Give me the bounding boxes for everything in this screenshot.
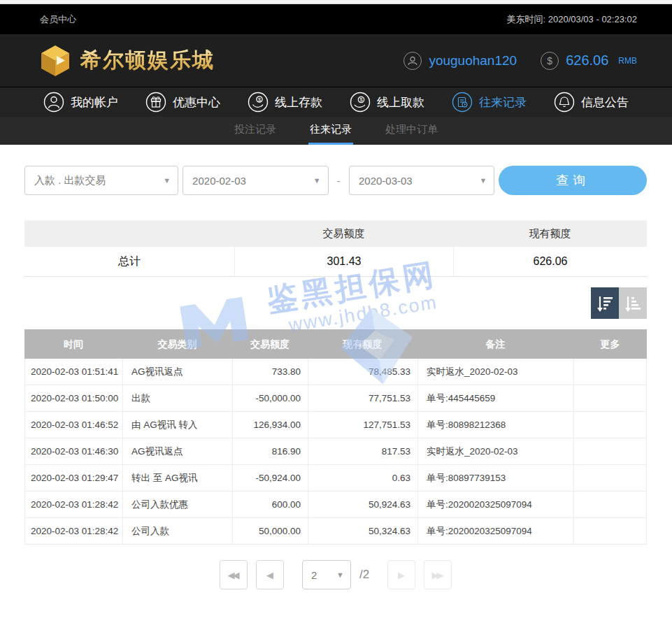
cell-more — [573, 518, 646, 544]
nav-item-promotions[interactable]: 优惠中心 — [145, 92, 220, 113]
cell-amount: 126,934.00 — [232, 412, 308, 438]
filter-bar: 入款 . 出款交易 ▼ 2020-02-03 ▼ - 2020-03-03 ▼ … — [24, 166, 647, 195]
date-range-separator: - — [329, 175, 349, 187]
cell-time: 2020-02-03 01:28:42 — [25, 518, 122, 544]
cell-type: AG视讯返点 — [122, 438, 232, 464]
cell-more — [573, 492, 646, 517]
sort-asc-icon — [624, 294, 642, 313]
cell-more — [573, 465, 646, 491]
nav-item-transactions[interactable]: 往来记录 — [452, 92, 527, 113]
main-nav: 我的帐户 优惠中心 $ 线上存款 $ 线上取款 — [0, 87, 672, 117]
records-icon — [452, 92, 473, 113]
chevron-down-icon: ▼ — [480, 176, 487, 185]
first-page-icon: ◀◀ — [227, 570, 237, 580]
cell-amount: 50,000.00 — [232, 518, 308, 544]
cell-amount: 816.90 — [232, 438, 308, 464]
table-body: 2020-02-03 01:51:41 AG视讯返点 733.80 78,485… — [24, 359, 647, 545]
col-header-amount: 交易额度 — [232, 329, 308, 359]
cell-time: 2020-02-03 01:50:00 — [25, 385, 122, 411]
col-header-time: 时间 — [24, 329, 122, 359]
cell-more — [573, 412, 646, 438]
cell-amount: -50,924.00 — [232, 465, 308, 491]
server-time: 美东时间: 2020/03/03 - 02:23:02 — [507, 13, 637, 26]
summary-total-label: 总计 — [24, 247, 234, 276]
date-to-select[interactable]: 2020-03-03 ▼ — [349, 166, 494, 195]
cell-type: 公司入款优惠 — [122, 492, 232, 517]
cell-balance: 78,485.33 — [308, 359, 417, 385]
notice-icon — [554, 92, 575, 113]
page-select[interactable]: 2 ▼ — [302, 560, 351, 589]
balance-currency: RMB — [618, 56, 637, 66]
nav-label: 我的帐户 — [71, 94, 118, 110]
summary-balance-total: 626.06 — [453, 247, 647, 276]
dollar-icon: $ — [541, 52, 559, 70]
nav-item-announcements[interactable]: 信息公告 — [554, 92, 629, 113]
cell-time: 2020-02-03 01:51:41 — [25, 359, 122, 385]
tab-betting-records[interactable]: 投注记录 — [233, 117, 278, 145]
cell-note: 单号:80898212368 — [417, 412, 573, 438]
nav-label: 线上存款 — [275, 94, 322, 110]
account-area: youguohan120 $ 626.06 RMB — [403, 52, 637, 70]
prev-page-icon: ◀ — [266, 570, 271, 580]
balance-amount: 626.06 — [566, 52, 608, 69]
transactions-table: 时间 交易类别 交易额度 现有额度 备注 更多 2020-02-03 01:51… — [24, 329, 647, 545]
logo[interactable]: 希尔顿娱乐城 — [38, 44, 215, 78]
last-page-icon: ▶▶ — [432, 570, 442, 580]
username[interactable]: youguohan120 — [429, 53, 517, 69]
cell-note: 实时返水_2020-02-03 — [417, 438, 573, 464]
user-menu[interactable]: youguohan120 — [403, 52, 517, 70]
deposit-icon: $ — [248, 92, 269, 113]
table-row: 2020-02-03 01:46:30 AG视讯返点 816.90 817.53… — [25, 438, 646, 465]
cell-type: 公司入款 — [122, 518, 232, 544]
date-from-select[interactable]: 2020-02-03 ▼ — [183, 166, 328, 195]
summary-header-trade: 交易额度 — [234, 220, 453, 247]
prev-page-button[interactable]: ◀ — [256, 560, 284, 589]
promo-icon — [145, 92, 166, 113]
cell-note: 单号:445445659 — [417, 385, 573, 411]
cell-note: 单号:80897739153 — [417, 465, 573, 491]
summary-table: 交易额度 现有额度 总计 301.43 626.06 — [24, 220, 647, 277]
cell-amount: -50,000.00 — [232, 385, 308, 411]
tab-transaction-records[interactable]: 往来记录 — [308, 117, 353, 145]
cell-balance: 77,751.53 — [308, 385, 417, 411]
cell-type: AG视讯返点 — [122, 359, 232, 385]
tab-pending-orders[interactable]: 处理中订单 — [384, 117, 439, 145]
search-button[interactable]: 查询 — [499, 166, 647, 195]
page-select-value: 2 — [311, 569, 317, 581]
total-pages-label: /2 — [359, 568, 369, 582]
cell-type: 转出 至 AG视讯 — [122, 465, 232, 491]
sort-desc-icon — [596, 294, 614, 313]
sort-descending-button[interactable] — [591, 287, 619, 319]
cell-balance: 817.53 — [308, 438, 417, 464]
brand-bar: 希尔顿娱乐城 youguohan120 $ 626.06 RMB — [0, 34, 672, 87]
nav-item-withdraw[interactable]: $ 线上取款 — [350, 92, 424, 113]
nav-item-my-account[interactable]: 我的帐户 — [43, 92, 118, 113]
last-page-button[interactable]: ▶▶ — [424, 560, 452, 589]
sort-ascending-button[interactable] — [619, 287, 647, 319]
cell-more — [573, 385, 646, 411]
nav-label: 线上取款 — [377, 94, 424, 110]
next-page-button[interactable]: ▶ — [387, 560, 415, 589]
first-page-button[interactable]: ◀◀ — [220, 560, 248, 589]
cell-note: 单号:2020020325097094 — [417, 518, 573, 544]
sort-toolbar — [24, 287, 647, 319]
summary-total-row: 总计 301.43 626.06 — [24, 247, 647, 277]
summary-trade-total: 301.43 — [234, 247, 453, 276]
summary-header-balance: 现有额度 — [453, 220, 647, 247]
cell-time: 2020-02-03 01:28:42 — [25, 492, 122, 517]
pagination: ◀◀ ◀ 2 ▼ /2 ▶ ▶▶ — [24, 560, 647, 589]
table-row: 2020-02-03 01:50:00 出款 -50,000.00 77,751… — [25, 385, 646, 412]
top-bar: 会员中心 美东时间: 2020/03/03 - 02:23:02 — [0, 4, 672, 34]
brand-name: 希尔顿娱乐城 — [80, 46, 215, 75]
breadcrumb: 会员中心 — [40, 13, 76, 26]
cell-time: 2020-02-03 01:46:52 — [25, 412, 122, 438]
balance-display[interactable]: $ 626.06 RMB — [541, 52, 637, 70]
chevron-down-icon: ▼ — [163, 176, 171, 185]
cell-balance: 50,324.63 — [308, 518, 417, 544]
transaction-type-select[interactable]: 入款 . 出款交易 ▼ — [24, 166, 178, 195]
main-content: 入款 . 出款交易 ▼ 2020-02-03 ▼ - 2020-03-03 ▼ … — [0, 166, 672, 589]
date-from-value: 2020-02-03 — [192, 175, 246, 187]
cell-more — [573, 359, 646, 385]
col-header-note: 备注 — [417, 329, 573, 359]
nav-item-deposit[interactable]: $ 线上存款 — [248, 92, 322, 113]
